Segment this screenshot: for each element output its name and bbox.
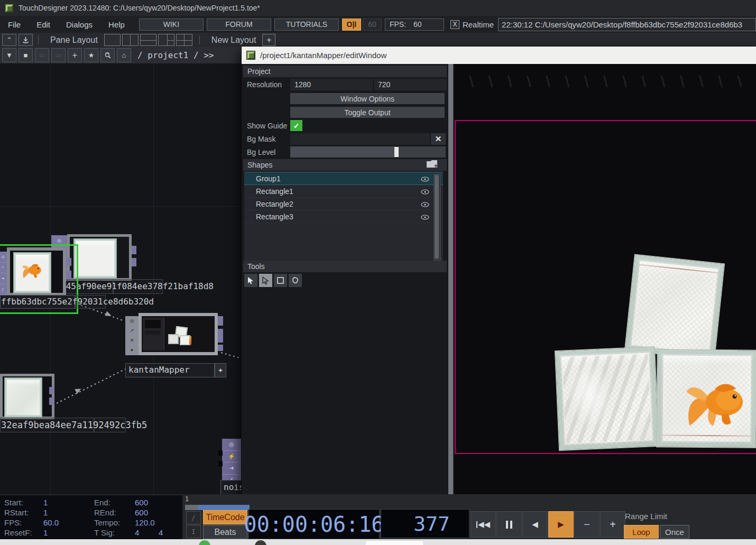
shape-row-rectangle1[interactable]: Rectangle1 <box>244 185 443 198</box>
menu-dialogs[interactable]: Dialogs <box>58 20 100 29</box>
forum-button[interactable]: FORUM <box>207 19 271 31</box>
step-forward-button[interactable]: + <box>600 511 625 538</box>
mapped-shape-top-cube[interactable] <box>624 254 725 361</box>
bookmark-star-button[interactable]: ★ <box>84 48 98 62</box>
frame-display[interactable]: 377 <box>381 509 469 538</box>
shapes-section-header[interactable]: Shapes <box>243 159 447 171</box>
collapse-icon[interactable]: ⌃ <box>2 34 16 46</box>
layout-single-button[interactable] <box>104 34 121 46</box>
freeform-tool-button[interactable] <box>289 274 302 287</box>
forward-arrow-icon[interactable]: ⇨ <box>51 48 66 62</box>
new-layout-add-button[interactable]: + <box>262 34 275 46</box>
rstart-value[interactable]: 1 <box>43 508 48 517</box>
visibility-eye-icon[interactable] <box>421 175 429 183</box>
menu-edit[interactable]: Edit <box>29 20 58 29</box>
scrub-handle[interactable] <box>185 505 198 510</box>
loop-button[interactable]: Loop <box>624 525 659 539</box>
node-body[interactable] <box>0 374 54 419</box>
show-guide-checkbox[interactable]: ✓ <box>290 120 302 131</box>
io-toggle-button[interactable]: O|I <box>342 19 361 31</box>
shape-row-group1[interactable]: Group1 <box>244 172 443 185</box>
home-icon[interactable]: ⌂ <box>117 48 131 62</box>
export-flag-icon[interactable]: ➜ <box>222 463 241 475</box>
slash-mode-button[interactable]: / <box>186 511 201 524</box>
network-path[interactable]: / project1 / >> <box>137 50 214 60</box>
layout-quad-button[interactable] <box>176 34 192 46</box>
wiki-button[interactable]: WIKI <box>139 19 204 31</box>
node-output[interactable] <box>66 258 71 266</box>
pane-menu-dropdown[interactable]: ▼ <box>2 48 16 62</box>
node-body[interactable] <box>7 247 66 296</box>
step-back-button[interactable]: − <box>574 511 600 538</box>
node-input[interactable] <box>218 461 223 466</box>
node-star-button[interactable]: ✦ <box>215 363 226 377</box>
status-path-field[interactable]: 22:30:12 C:/Users/qyw20/Desktop/f8ffbb63… <box>498 18 756 31</box>
export-flag-icon[interactable]: ➜ <box>0 273 7 284</box>
stop-button[interactable]: ■ <box>19 48 33 62</box>
tools-section-header[interactable]: Tools <box>243 261 447 272</box>
shape-row-rectangle2[interactable]: Rectangle2 <box>244 198 443 210</box>
menu-file[interactable]: File <box>0 20 29 29</box>
bypass-flag-icon[interactable]: ⚡ <box>222 451 241 463</box>
node-output[interactable] <box>132 246 136 254</box>
viewer-flag-icon[interactable]: ◎ <box>222 439 241 451</box>
viewer-flag-icon[interactable]: ◎ <box>125 316 139 326</box>
project-section-header[interactable]: Project <box>243 66 447 77</box>
add-group-plus-icon[interactable]: + <box>434 162 438 170</box>
node-name[interactable]: e45af90ee91f084ee378f21baf18d8 <box>61 281 214 291</box>
bypass-flag-icon[interactable]: ↗ <box>125 326 139 336</box>
shape-list-scrollbar[interactable] <box>434 174 441 261</box>
node-body[interactable] <box>139 313 218 355</box>
resetf-value[interactable]: 1 <box>43 528 48 537</box>
node-flags[interactable]: ◎ ✓ ➜ ƒ <box>0 252 7 295</box>
edit-points-tool-button[interactable] <box>259 274 272 287</box>
tsig-value2[interactable]: 4 <box>159 528 163 537</box>
start-value[interactable]: 1 <box>43 498 48 507</box>
shape-row-rectangle3[interactable]: Rectangle3 <box>244 210 443 223</box>
menu-help[interactable]: Help <box>100 20 133 29</box>
node-output[interactable] <box>218 329 223 343</box>
canvas-scrollbar[interactable] <box>448 64 454 509</box>
mapped-shape-left-cube[interactable] <box>555 346 659 451</box>
pause-button[interactable] <box>496 511 522 538</box>
fps-value[interactable]: 60.0 <box>43 518 59 527</box>
once-button[interactable]: Once <box>660 525 689 539</box>
tutorials-button[interactable]: TUTORIALS <box>274 19 339 31</box>
layout-split-horizontal-button[interactable] <box>140 34 156 46</box>
jump-to-start-button[interactable]: ◀◀ <box>471 511 496 538</box>
mapped-shape-goldfish-cube[interactable] <box>656 349 756 448</box>
node-output[interactable] <box>218 316 223 326</box>
rectangle-tool-button[interactable] <box>274 274 287 287</box>
play-forward-button[interactable]: ▶ <box>548 511 574 538</box>
i-mode-button[interactable]: I <box>186 525 201 538</box>
node-output[interactable] <box>66 271 71 279</box>
visibility-eye-icon[interactable] <box>421 213 429 221</box>
resolution-width-field[interactable]: 1280 <box>290 79 373 90</box>
select-tool-button[interactable] <box>244 274 257 287</box>
delete-flag-icon[interactable]: ✕ <box>125 336 139 346</box>
fps-indicator[interactable]: FPS: 60 <box>385 19 444 31</box>
node-input[interactable] <box>218 450 223 456</box>
add-pane-button[interactable]: + <box>68 48 82 62</box>
node-name[interactable]: kantanMapper <box>128 365 190 375</box>
mapper-canvas[interactable] <box>448 64 756 509</box>
back-arrow-icon[interactable]: ⇦ <box>35 48 49 62</box>
node-output[interactable] <box>49 398 54 405</box>
toggle-output-button[interactable]: Toggle Output <box>290 107 445 118</box>
bg-mask-clear-icon[interactable]: ✕ <box>431 133 446 145</box>
search-icon[interactable] <box>100 48 115 62</box>
realtime-toggle[interactable]: X Realtime <box>450 20 494 29</box>
node-flags[interactable]: ◎ ⚡ ➜ ƒ <box>222 439 241 486</box>
node-name[interactable]: 32eaf9bea84ee7a1192492c3fb5 <box>1 420 147 430</box>
rend-value[interactable]: 600 <box>135 508 148 517</box>
scrollbar-thumb[interactable] <box>435 175 439 258</box>
tsig-value[interactable]: 4 <box>135 528 139 537</box>
node-output[interactable] <box>218 345 223 351</box>
resolution-height-field[interactable]: 720 <box>374 79 447 90</box>
realtime-checkbox[interactable]: X <box>450 20 459 29</box>
play-reverse-button[interactable]: ◀ <box>522 511 548 538</box>
node-flags[interactable]: ◎ ↗ ✕ ● <box>125 316 139 355</box>
import-icon[interactable] <box>19 34 33 46</box>
viewer-flag-icon[interactable]: ◎ <box>0 252 7 263</box>
lock-flag-icon[interactable]: ● <box>125 346 139 356</box>
